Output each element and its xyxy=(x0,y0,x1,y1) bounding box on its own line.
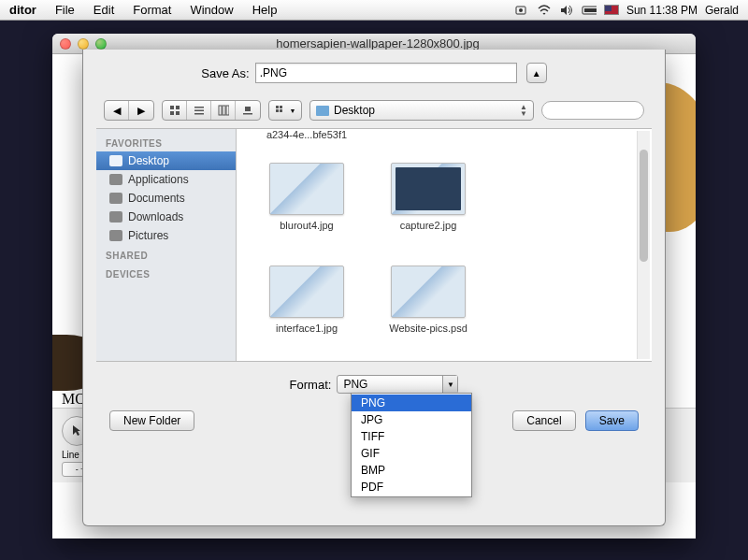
sidebar-item-applications[interactable]: Applications xyxy=(96,170,236,189)
svg-rect-4 xyxy=(584,8,597,12)
user-menu[interactable]: Gerald xyxy=(705,4,739,17)
sidebar-item-label: Applications xyxy=(128,173,189,186)
svg-rect-19 xyxy=(276,109,279,112)
svg-rect-8 xyxy=(176,111,180,115)
file-thumbnail xyxy=(269,163,344,215)
back-button[interactable]: ◀ xyxy=(105,101,129,120)
svg-rect-18 xyxy=(280,106,282,108)
new-folder-button[interactable]: New Folder xyxy=(109,410,194,431)
battery-icon[interactable] xyxy=(582,3,597,18)
file-thumbnail xyxy=(269,266,344,318)
svg-rect-15 xyxy=(245,107,251,111)
sidebar-favorites-header: FAVORITES xyxy=(96,133,236,151)
file-browser[interactable]: a234-4e...bfe53f1 blurout4.jpg capture2.… xyxy=(237,129,652,361)
coverflow-view-button[interactable] xyxy=(236,101,260,120)
menu-help[interactable]: Help xyxy=(243,3,287,17)
forward-button[interactable]: ▶ xyxy=(129,101,153,120)
sidebar: FAVORITES Desktop Applications Documents… xyxy=(96,129,237,361)
chevron-down-icon: ▼ xyxy=(442,376,457,393)
format-option-gif[interactable]: GIF xyxy=(352,445,471,462)
sidebar-item-label: Desktop xyxy=(128,154,169,167)
screen-record-icon[interactable] xyxy=(514,3,529,18)
sidebar-item-label: Pictures xyxy=(128,229,168,242)
svg-rect-11 xyxy=(194,113,204,115)
icon-view-button[interactable] xyxy=(163,101,187,120)
svg-rect-13 xyxy=(223,106,225,115)
svg-rect-7 xyxy=(170,111,174,115)
scroll-thumb[interactable] xyxy=(640,150,648,262)
location-label: Desktop xyxy=(334,104,375,117)
svg-rect-9 xyxy=(194,107,204,108)
sidebar-shared-header: SHARED xyxy=(96,245,236,264)
close-window-button[interactable] xyxy=(60,38,71,50)
save-button[interactable]: Save xyxy=(585,410,639,431)
file-label: Website-pics.psd xyxy=(389,323,468,334)
collapse-dialog-button[interactable]: ▲ xyxy=(526,63,547,83)
svg-rect-17 xyxy=(276,106,279,108)
column-view-button[interactable] xyxy=(211,101,236,120)
sidebar-item-downloads[interactable]: Downloads xyxy=(96,208,236,226)
file-item[interactable]: capture2.jpg xyxy=(367,157,489,260)
documents-icon xyxy=(109,193,122,204)
svg-rect-14 xyxy=(226,106,229,115)
format-option-png[interactable]: PNG xyxy=(352,395,471,411)
file-item[interactable]: a234-4e...bfe53f1 xyxy=(246,129,367,157)
input-source-flag-icon[interactable] xyxy=(604,5,619,15)
search-input[interactable] xyxy=(541,101,644,120)
format-select[interactable]: PNG ▼ xyxy=(337,375,458,394)
file-label: blurout4.jpg xyxy=(280,220,334,231)
format-option-pdf[interactable]: PDF xyxy=(352,479,471,495)
menubar: ditor File Edit Format Window Help Sun 1… xyxy=(0,0,748,21)
location-popup[interactable]: Desktop ▲▼ xyxy=(309,100,534,121)
browser-toolbar: ◀ ▶ ▼ Desktop ▲▼ 🔍 xyxy=(96,96,652,124)
file-item[interactable]: Website-pics.psd xyxy=(367,260,489,361)
nav-back-forward: ◀ ▶ xyxy=(104,100,154,121)
svg-rect-16 xyxy=(243,113,252,115)
save-as-label: Save As: xyxy=(201,66,249,80)
file-thumbnail xyxy=(391,163,466,215)
menu-file[interactable]: File xyxy=(46,3,84,17)
list-view-button[interactable] xyxy=(187,101,211,120)
menu-edit[interactable]: Edit xyxy=(84,3,123,17)
scrollbar[interactable] xyxy=(637,131,650,359)
format-option-bmp[interactable]: BMP xyxy=(352,462,471,479)
zoom-window-button[interactable] xyxy=(95,38,107,50)
sidebar-item-desktop[interactable]: Desktop xyxy=(96,151,236,170)
menu-format[interactable]: Format xyxy=(123,3,180,17)
file-label: capture2.jpg xyxy=(400,220,457,231)
downloads-icon xyxy=(109,211,122,223)
applications-icon xyxy=(109,174,122,185)
svg-rect-5 xyxy=(170,106,174,109)
sidebar-devices-header: DEVICES xyxy=(96,264,236,282)
wifi-icon[interactable] xyxy=(537,3,552,18)
save-dialog-sheet: Save As: ▲ ◀ ▶ ▼ Desktop ▲▼ xyxy=(82,50,666,526)
svg-rect-20 xyxy=(280,109,282,112)
file-item[interactable] xyxy=(367,129,489,157)
sidebar-item-pictures[interactable]: Pictures xyxy=(96,226,236,245)
updown-arrows-icon: ▲▼ xyxy=(520,104,527,117)
view-mode-segment xyxy=(162,100,261,121)
file-item[interactable]: interface1.jpg xyxy=(246,260,367,361)
menu-window[interactable]: Window xyxy=(180,3,242,17)
format-option-tiff[interactable]: TIFF xyxy=(352,428,471,445)
arrange-segment: ▼ xyxy=(268,100,302,121)
format-dropdown-menu: PNG JPG TIFF GIF BMP PDF xyxy=(351,393,472,497)
format-option-jpg[interactable]: JPG xyxy=(352,411,471,428)
folder-icon xyxy=(316,106,329,116)
cancel-button[interactable]: Cancel xyxy=(512,410,575,431)
arrange-button[interactable]: ▼ xyxy=(269,101,301,120)
svg-rect-12 xyxy=(219,106,222,115)
format-value: PNG xyxy=(343,378,367,391)
app-menu[interactable]: ditor xyxy=(0,3,46,17)
volume-icon[interactable] xyxy=(559,3,574,18)
file-item[interactable]: blurout4.jpg xyxy=(246,157,367,260)
minimize-window-button[interactable] xyxy=(78,38,89,50)
sidebar-item-documents[interactable]: Documents xyxy=(96,189,236,208)
save-as-input[interactable] xyxy=(255,63,517,83)
desktop-icon xyxy=(109,155,122,166)
file-label: interface1.jpg xyxy=(276,323,338,334)
svg-rect-10 xyxy=(194,110,204,112)
file-thumbnail xyxy=(391,266,466,318)
svg-point-1 xyxy=(519,8,523,12)
clock[interactable]: Sun 11:38 PM xyxy=(626,4,698,17)
